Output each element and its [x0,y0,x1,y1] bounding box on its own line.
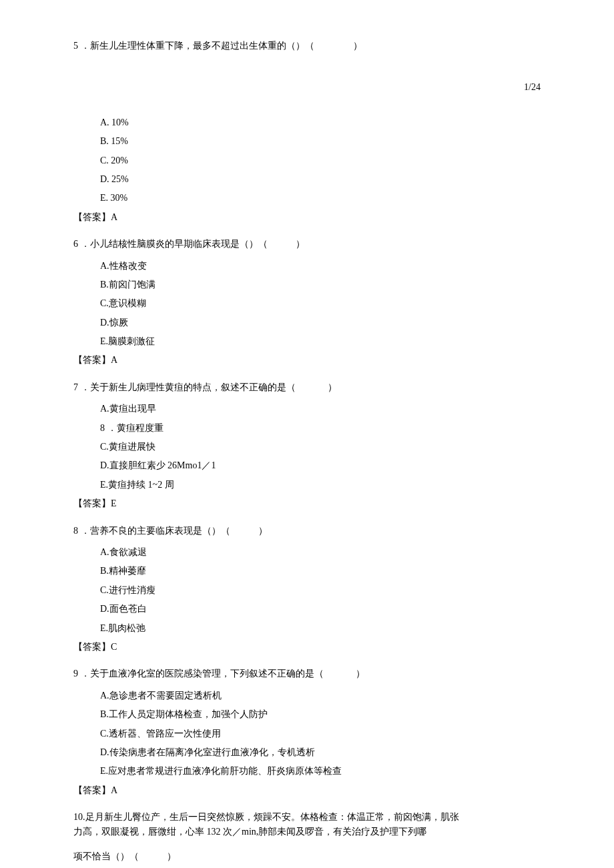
q8-option-a: A.食欲减退 [100,545,541,560]
q7-option-a: A.黄疸出现早 [100,402,541,416]
q6-answer: 【答案】A [73,353,541,368]
q6-option-a: A.性格改变 [100,259,541,274]
question-10-stem: 10.足月新生儿臀位产，生后一日突然惊厥，烦躁不安。体格检查：体温正常，前囟饱满… [73,810,541,864]
q10-line3-pre: 项不恰当（）（ [73,851,139,861]
q8-answer: 【答案】C [73,640,541,655]
q6-option-b: B.前囟门饱满 [100,278,541,292]
q9-stem-text-post: ） [356,669,365,679]
q5-option-b: B. 15% [100,134,541,149]
page-number: 1/24 [73,80,541,95]
question-5-stem: 5 ．新生儿生理性体重下降，最多不超过出生体重的（）（） [73,39,541,53]
q5-option-d: D. 25% [100,172,541,187]
q9-option-c: C.透析器、管路应一次性使用 [100,727,541,741]
q6-option-e: E.脑膜刺激征 [100,334,541,349]
q9-option-d: D.传染病患者在隔离净化室进行血液净化，专机透析 [100,745,541,760]
q8-option-e: E.肌肉松弛 [100,621,541,636]
q9-answer: 【答案】A [73,783,541,798]
question-9-stem: 9 ．关于血液净化室的医院感染管理，下列叙述不正确的是（） [73,667,541,681]
q10-line2: 力高，双眼凝视，唇微绀，心率 132 次／min,肺部未闻及啰音，有关治疗及护理… [73,825,541,839]
q6-option-d: D.惊厥 [100,316,541,330]
q9-option-a: A.急诊患者不需要固定透析机 [100,689,541,703]
q5-stem-text-post: ） [353,41,362,51]
q5-option-c: C. 20% [100,153,541,168]
q7-option-e: E.黄疸持续 1~2 周 [100,478,541,492]
q8-options: A.食欲减退 B.精神萎靡 C.进行性消瘦 D.面色苍白 E.肌肉松弛 [100,545,541,636]
question-6-stem: 6 ．小儿结核性脑膜炎的早期临床表现是（）（） [73,237,541,252]
q6-stem-text-post: ） [296,239,305,249]
q9-stem-text-pre: 9 ．关于血液净化室的医院感染管理，下列叙述不正确的是（ [73,669,324,679]
q5-stem-text-pre: 5 ．新生儿生理性体重下降，最多不超过出生体重的（）（ [73,41,314,51]
q10-line3-post: ） [167,851,176,861]
q5-option-e: E. 30% [100,191,541,205]
question-7-stem: 7 ．关于新生儿病理性黄疸的特点，叙述不正确的是（） [73,380,541,395]
q8-option-b: B.精神萎靡 [100,564,541,578]
q7-option-b: 8 ．黄疸程度重 [100,421,541,436]
q6-option-c: C.意识模糊 [100,296,541,311]
q7-option-d: D.直接胆红素少 26Mmo1／1 [100,458,541,473]
q5-answer: 【答案】A [73,210,541,225]
q9-option-b: B.工作人员定期体格检查，加强个人防护 [100,707,541,722]
q5-option-a: A. 10% [100,115,541,130]
q7-stem-text-post: ） [328,382,337,392]
q5-options: A. 10% B. 15% C. 20% D. 25% E. 30% [100,115,541,206]
q6-options: A.性格改变 B.前囟门饱满 C.意识模糊 D.惊厥 E.脑膜刺激征 [100,259,541,350]
q7-options: A.黄疸出现早 8 ．黄疸程度重 C.黄疸进展快 D.直接胆红素少 26Mmo1… [100,402,541,492]
q7-option-c: C.黄疸进展快 [100,440,541,454]
q8-option-d: D.面色苍白 [100,602,541,616]
q7-stem-text-pre: 7 ．关于新生儿病理性黄疸的特点，叙述不正确的是（ [73,382,296,392]
q9-options: A.急诊患者不需要固定透析机 B.工作人员定期体格检查，加强个人防护 C.透析器… [100,689,541,779]
q6-stem-text-pre: 6 ．小儿结核性脑膜炎的早期临床表现是（）（ [73,239,268,249]
question-8-stem: 8 ．营养不良的主要临床表现是（）（） [73,524,541,538]
q8-stem-text-post: ） [258,526,268,536]
q9-option-e: E.应对患者常规进行血液净化前肝功能、肝炎病原体等检查 [100,764,541,779]
q10-line1: 10.足月新生儿臀位产，生后一日突然惊厥，烦躁不安。体格检查：体温正常，前囟饱满… [73,810,541,825]
q8-stem-text-pre: 8 ．营养不良的主要临床表现是（）（ [73,526,230,536]
q7-answer: 【答案】E [73,496,541,511]
q8-option-c: C.进行性消瘦 [100,583,541,598]
